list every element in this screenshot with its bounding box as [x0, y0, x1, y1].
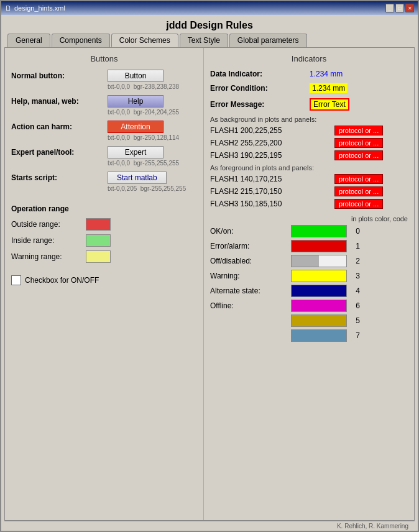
flash-bg-1-button[interactable]: protocol or ...: [334, 126, 383, 135]
as-fg-title: As foreground in plots and panels:: [210, 164, 408, 172]
error-message-value: Error Text: [310, 98, 349, 111]
status-warning-color[interactable]: [291, 270, 347, 282]
status-offline-row: Offline: 6: [210, 300, 408, 312]
status-error-color[interactable]: [291, 240, 347, 252]
main-window: 🗋 design_hints.xml _ □ ✕ jddd Design Rul…: [0, 0, 419, 532]
flash-bg-2-row: FLASH2 255,225,200 protocol or ...: [210, 138, 408, 148]
error-message-row: Error Message: Error Text: [210, 98, 408, 111]
flash-fg-1-label: FLASH1 140,170,215: [210, 175, 334, 183]
checkbox-label: Checkbox for ON/OFF: [25, 276, 99, 285]
status-offline-label: Offline:: [210, 301, 291, 310]
flash-bg-2-label: FLASH2 255,225,200: [210, 139, 334, 147]
status-error-row: Error/alarm: 1: [210, 240, 408, 252]
normal-button[interactable]: Button: [108, 70, 163, 82]
warning-range-row: Warning range:: [11, 250, 197, 263]
flash-fg-2-label: FLASH2 215,170,150: [210, 187, 334, 196]
help-button-sub: txt-0,0,0 bgr-204,204,255: [108, 109, 197, 116]
title-bar-left: 🗋 design_hints.xml: [5, 4, 65, 12]
attention-button-sub: txt-0,0,0 bgr-250,128,114: [108, 134, 197, 141]
status-off-label: Off/disabled:: [210, 257, 291, 265]
close-button[interactable]: ✕: [405, 4, 414, 12]
attention-button[interactable]: Attention: [108, 121, 163, 133]
status-7-row: 7: [210, 329, 408, 342]
attention-button-label: Action can harm:: [11, 122, 108, 131]
two-column-layout: Buttons Normal button: Button txt-0,0,0 …: [5, 48, 414, 520]
error-condition-label: Error Condition:: [210, 84, 310, 93]
status-warning-row: Warning: 3: [210, 270, 408, 282]
app-title: jddd Design Rules: [1, 15, 418, 34]
expert-button-row: Expert panel/tool: Expert: [11, 146, 197, 158]
tab-color-schemes[interactable]: Color Schemes: [111, 34, 178, 47]
status-7-code: 7: [351, 331, 360, 340]
flash-fg-1-row: FLASH1 140,170,215 protocol or ...: [210, 174, 408, 184]
status-ok-row: OK/on: 0: [210, 225, 408, 237]
flash-fg-3-row: FLASH3 150,185,150 protocol or ...: [210, 199, 408, 209]
title-bar-controls: _ □ ✕: [385, 4, 414, 12]
flash-fg-3-button[interactable]: protocol or ...: [334, 199, 383, 209]
normal-button-label: Normal button:: [11, 71, 108, 80]
help-button-label: Help, manual, web:: [11, 97, 108, 106]
left-panel: Buttons Normal button: Button txt-0,0,0 …: [5, 48, 204, 520]
tab-text-style[interactable]: Text Style: [180, 34, 228, 47]
flash-bg-1-row: FLASH1 200,225,255 protocol or ...: [210, 126, 408, 135]
outside-range-label: Outside range:: [11, 220, 86, 229]
status-off-color[interactable]: [291, 255, 347, 267]
status-warning-code: 3: [351, 272, 360, 280]
normal-button-sub: txt-0,0,0 bgr-238,238,238: [108, 83, 197, 90]
title-bar: 🗋 design_hints.xml _ □ ✕: [1, 1, 418, 15]
status-7-color[interactable]: [291, 329, 347, 342]
tab-global-parameters[interactable]: Global parameters: [229, 34, 307, 47]
flash-bg-2-button[interactable]: protocol or ...: [334, 138, 383, 148]
expert-button[interactable]: Expert: [108, 146, 163, 158]
status-5-row: 5: [210, 314, 408, 327]
status-error-label: Error/alarm:: [210, 242, 291, 250]
flash-bg-3-button[interactable]: protocol or ...: [334, 150, 383, 160]
buttons-section-title: Buttons: [11, 54, 197, 63]
tab-general[interactable]: General: [7, 34, 50, 47]
status-off-code: 2: [351, 257, 360, 265]
status-5-color[interactable]: [291, 314, 347, 327]
status-5-code: 5: [351, 316, 360, 325]
status-alternate-label: Alternate state:: [210, 287, 291, 295]
flash-fg-2-button[interactable]: protocol or ...: [334, 186, 383, 196]
warning-range-color[interactable]: [86, 250, 111, 263]
status-alternate-row: Alternate state: 4: [210, 285, 408, 297]
status-off-row: Off/disabled: 2: [210, 255, 408, 267]
status-alternate-color[interactable]: [291, 285, 347, 297]
maximize-button[interactable]: □: [395, 4, 404, 12]
tab-bar: General Components Color Schemes Text St…: [1, 34, 418, 47]
inside-range-label: Inside range:: [11, 236, 86, 245]
inside-range-color[interactable]: [86, 234, 111, 247]
flash-fg-2-row: FLASH2 215,170,150 protocol or ...: [210, 186, 408, 196]
warning-range-label: Warning range:: [11, 252, 86, 261]
status-ok-color[interactable]: [291, 225, 347, 237]
status-section: in plots color, code OK/on: 0 Error/alar…: [210, 215, 408, 342]
error-condition-value: 1.234 mm: [310, 83, 348, 93]
expert-button-sub: txt-0,0,0 bgr-255,255,255: [108, 160, 197, 167]
op-range-title: Operation range: [11, 204, 197, 213]
status-alternate-code: 4: [351, 287, 360, 295]
error-message-label: Error Message:: [210, 100, 310, 109]
footer-text: K. Rehlich, R. Kammering: [337, 523, 408, 530]
data-indicator-value: 1.234 mm: [310, 70, 343, 78]
minimize-button[interactable]: _: [385, 4, 394, 12]
flash-bg-1-label: FLASH1 200,225,255: [210, 126, 334, 135]
flash-bg-3-label: FLASH3 190,225,195: [210, 151, 334, 160]
window-icon: 🗋: [5, 4, 12, 12]
content-area: Buttons Normal button: Button txt-0,0,0 …: [4, 47, 415, 521]
as-bg-title: As background in plots and panels:: [210, 116, 408, 123]
normal-button-row: Normal button: Button: [11, 70, 197, 82]
status-offline-color[interactable]: [291, 300, 347, 312]
error-condition-row: Error Condition: 1.234 mm: [210, 83, 408, 93]
matlab-button[interactable]: Start matlab: [108, 172, 167, 184]
indicators-section-title: Indicators: [210, 54, 408, 63]
tab-components[interactable]: Components: [52, 34, 110, 47]
matlab-button-label: Starts script:: [11, 173, 108, 182]
inside-range-row: Inside range:: [11, 234, 197, 247]
outside-range-color[interactable]: [86, 218, 111, 231]
outside-range-row: Outside range:: [11, 218, 197, 231]
on-off-checkbox[interactable]: [11, 275, 21, 285]
help-button[interactable]: Help: [108, 95, 163, 108]
operation-range-section: Operation range Outside range: Inside ra…: [11, 204, 197, 263]
flash-fg-1-button[interactable]: protocol or ...: [334, 174, 383, 184]
